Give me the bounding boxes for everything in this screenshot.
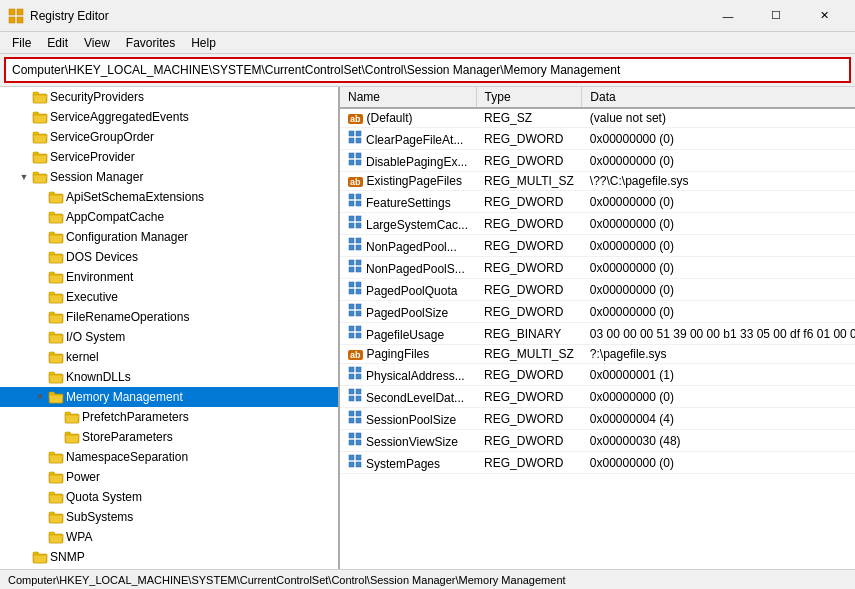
tree-item[interactable]: ▼ Memory Management [0, 387, 338, 407]
tree-expander [32, 449, 48, 465]
close-button[interactable]: ✕ [801, 0, 847, 32]
tree-expander [32, 229, 48, 245]
tree-item[interactable]: ServiceAggregatedEvents [0, 107, 338, 127]
svg-rect-59 [356, 462, 361, 467]
tree-item[interactable]: DOS Devices [0, 247, 338, 267]
tree-expander [48, 429, 64, 445]
tree-item-label: SNMP [50, 550, 85, 564]
folder-icon [48, 229, 64, 245]
tree-item[interactable]: NamespaceSeparation [0, 447, 338, 467]
folder-icon [48, 529, 64, 545]
reg-type-icon [348, 130, 362, 144]
table-row[interactable]: NonPagedPool...REG_DWORD0x00000000 (0) [340, 235, 855, 257]
reg-data: 03 00 00 00 51 39 00 00 b1 33 05 00 df f… [582, 323, 855, 345]
folder-icon [48, 189, 64, 205]
reg-name: abExistingPageFiles [340, 172, 476, 191]
table-row[interactable]: PhysicalAddress...REG_DWORD0x00000001 (1… [340, 364, 855, 386]
svg-rect-23 [356, 245, 361, 250]
table-row[interactable]: PagedPoolSizeREG_DWORD0x00000000 (0) [340, 301, 855, 323]
address-bar[interactable]: Computer\HKEY_LOCAL_MACHINE\SYSTEM\Curre… [4, 57, 851, 83]
tree-expander[interactable]: ▼ [32, 389, 48, 405]
tree-item[interactable]: PrefetchParameters [0, 407, 338, 427]
svg-rect-34 [349, 311, 354, 316]
menu-item-file[interactable]: File [4, 34, 39, 52]
table-row[interactable]: LargeSystemCac...REG_DWORD0x00000000 (0) [340, 213, 855, 235]
tree-item[interactable]: Quota System [0, 487, 338, 507]
reg-data: 0x00000000 (0) [582, 213, 855, 235]
tree-expander [16, 89, 32, 105]
reg-data: 0x00000000 (0) [582, 128, 855, 150]
tree-item[interactable]: Environment [0, 267, 338, 287]
tree-item[interactable]: StoreParameters [0, 427, 338, 447]
reg-name: FeatureSettings [340, 191, 476, 213]
tree-item[interactable]: KnownDLLs [0, 367, 338, 387]
svg-rect-49 [356, 411, 361, 416]
tree-item[interactable]: Configuration Manager [0, 227, 338, 247]
status-bar: Computer\HKEY_LOCAL_MACHINE\SYSTEM\Curre… [0, 569, 855, 589]
tree-item[interactable]: SNMP [0, 547, 338, 567]
menu-item-help[interactable]: Help [183, 34, 224, 52]
tree-item[interactable]: ServiceProvider [0, 147, 338, 167]
tree-item[interactable]: ServiceGroupOrder [0, 127, 338, 147]
table-row[interactable]: abPagingFilesREG_MULTI_SZ?:\pagefile.sys [340, 345, 855, 364]
tree-item[interactable]: ApiSetSchemaExtensions [0, 187, 338, 207]
folder-icon [48, 369, 64, 385]
folder-icon [48, 349, 64, 365]
right-panel[interactable]: Name Type Data ab(Default)REG_SZ(value n… [340, 87, 855, 569]
table-row[interactable]: PagefileUsageREG_BINARY03 00 00 00 51 39… [340, 323, 855, 345]
col-data[interactable]: Data [582, 87, 855, 108]
menu-item-favorites[interactable]: Favorites [118, 34, 183, 52]
tree-item-label: SecurityProviders [50, 90, 144, 104]
svg-rect-3 [17, 17, 23, 23]
reg-type: REG_MULTI_SZ [476, 345, 582, 364]
svg-rect-22 [349, 245, 354, 250]
tree-panel[interactable]: SecurityProviders ServiceAggregatedEvent… [0, 87, 340, 569]
table-row[interactable]: NonPagedPoolS...REG_DWORD0x00000000 (0) [340, 257, 855, 279]
tree-item-label: ServiceAggregatedEvents [50, 110, 189, 124]
tree-expander[interactable]: ▼ [16, 169, 32, 185]
svg-rect-15 [356, 201, 361, 206]
reg-type-icon [348, 303, 362, 317]
tree-item[interactable]: ▼ Session Manager [0, 167, 338, 187]
reg-name: LargeSystemCac... [340, 213, 476, 235]
reg-type: REG_DWORD [476, 430, 582, 452]
table-row[interactable]: SystemPagesREG_DWORD0x00000000 (0) [340, 452, 855, 474]
table-row[interactable]: ab(Default)REG_SZ(value not set) [340, 108, 855, 128]
tree-item[interactable]: Executive [0, 287, 338, 307]
svg-rect-47 [356, 396, 361, 401]
tree-item[interactable]: SQMServiceList [0, 567, 338, 569]
menu-item-edit[interactable]: Edit [39, 34, 76, 52]
tree-item[interactable]: FileRenameOperations [0, 307, 338, 327]
reg-type-icon [348, 410, 362, 424]
reg-name: SessionPoolSize [340, 408, 476, 430]
reg-name: SystemPages [340, 452, 476, 474]
table-row[interactable]: abExistingPageFilesREG_MULTI_SZ\??\C:\pa… [340, 172, 855, 191]
svg-rect-51 [356, 418, 361, 423]
tree-item-label: WPA [66, 530, 92, 544]
address-path: Computer\HKEY_LOCAL_MACHINE\SYSTEM\Curre… [12, 63, 620, 77]
table-row[interactable]: SecondLevelDat...REG_DWORD0x00000000 (0) [340, 386, 855, 408]
table-row[interactable]: DisablePagingEx...REG_DWORD0x00000000 (0… [340, 150, 855, 172]
col-name[interactable]: Name [340, 87, 476, 108]
tree-item[interactable]: kernel [0, 347, 338, 367]
tree-item[interactable]: WPA [0, 527, 338, 547]
maximize-button[interactable]: ☐ [753, 0, 799, 32]
tree-item-label: KnownDLLs [66, 370, 131, 384]
reg-type: REG_DWORD [476, 257, 582, 279]
minimize-button[interactable]: — [705, 0, 751, 32]
tree-item[interactable]: Power [0, 467, 338, 487]
col-type[interactable]: Type [476, 87, 582, 108]
reg-name: ab(Default) [340, 108, 476, 128]
menu-item-view[interactable]: View [76, 34, 118, 52]
table-row[interactable]: SessionViewSizeREG_DWORD0x00000030 (48) [340, 430, 855, 452]
table-row[interactable]: PagedPoolQuotaREG_DWORD0x00000000 (0) [340, 279, 855, 301]
tree-item[interactable]: SecurityProviders [0, 87, 338, 107]
tree-item-label: kernel [66, 350, 99, 364]
table-row[interactable]: SessionPoolSizeREG_DWORD0x00000004 (4) [340, 408, 855, 430]
svg-rect-38 [349, 333, 354, 338]
tree-item[interactable]: SubSystems [0, 507, 338, 527]
table-row[interactable]: FeatureSettingsREG_DWORD0x00000000 (0) [340, 191, 855, 213]
tree-item[interactable]: AppCompatCache [0, 207, 338, 227]
table-row[interactable]: ClearPageFileAt...REG_DWORD0x00000000 (0… [340, 128, 855, 150]
tree-item[interactable]: I/O System [0, 327, 338, 347]
